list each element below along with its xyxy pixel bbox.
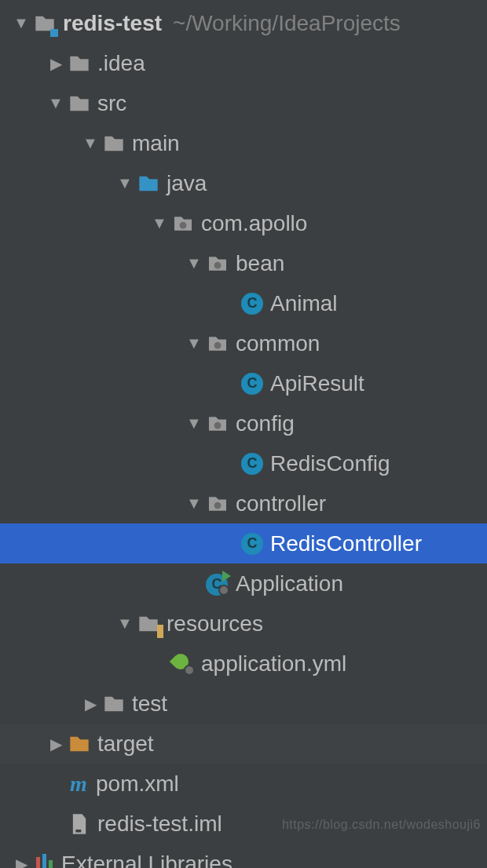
spring-config-icon — [171, 652, 195, 676]
collapse-arrow-icon[interactable]: ▼ — [152, 214, 167, 232]
svg-point-0 — [180, 221, 187, 228]
tree-node-label: src — [97, 91, 126, 116]
collapse-arrow-icon[interactable]: ▼ — [14, 14, 28, 32]
tree-node-label: controller — [236, 491, 326, 516]
folder-icon — [68, 92, 91, 115]
collapse-arrow-icon[interactable]: ▼ — [187, 254, 201, 272]
tree-node-root[interactable]: ▼redis-test~/Working/IdeaProjects — [0, 3, 487, 43]
file-icon — [68, 812, 91, 836]
tree-node-idea[interactable]: ▶.idea — [0, 43, 487, 83]
collapse-arrow-icon[interactable]: ▼ — [187, 334, 201, 352]
tree-node-main[interactable]: ▼main — [0, 123, 487, 163]
tree-node-pom[interactable]: mpom.xml — [0, 764, 487, 804]
tree-node-apiresult[interactable]: CApiResult — [0, 363, 487, 403]
expand-arrow-icon[interactable]: ▶ — [49, 54, 63, 73]
application-icon: C — [206, 572, 229, 596]
package-icon — [171, 212, 195, 235]
class-icon: C — [240, 532, 264, 556]
package-icon — [206, 252, 229, 275]
tree-node-label: application.yml — [201, 651, 346, 677]
tree-node-common[interactable]: ▼common — [0, 323, 487, 363]
tree-node-label: common — [236, 331, 320, 356]
svg-point-3 — [214, 421, 222, 429]
tree-node-config[interactable]: ▼config — [0, 403, 487, 443]
resources-folder-icon — [137, 612, 160, 636]
svg-point-4 — [214, 501, 222, 509]
collapse-arrow-icon[interactable]: ▼ — [118, 174, 132, 192]
package-icon — [206, 412, 229, 436]
tree-node-pkg[interactable]: ▼com.apollo — [0, 203, 487, 243]
tree-node-src[interactable]: ▼src — [0, 83, 487, 123]
expand-arrow-icon[interactable]: ▶ — [83, 695, 97, 713]
class-icon: C — [240, 292, 264, 315]
watermark-text: https://blog.csdn.net/wodeshouji6 — [282, 818, 481, 832]
tree-node-rediscontroller[interactable]: CRedisController — [0, 523, 487, 563]
collapse-arrow-icon[interactable]: ▼ — [118, 615, 132, 633]
tree-node-label: Animal — [270, 291, 338, 316]
tree-node-label: RedisController — [270, 531, 422, 556]
tree-node-libs[interactable]: ▶External Libraries — [0, 844, 487, 868]
tree-node-redisconfig[interactable]: CRedisConfig — [0, 443, 487, 483]
tree-node-label: Application — [236, 571, 343, 596]
tree-node-label: resources — [167, 611, 263, 636]
collapse-arrow-icon[interactable]: ▼ — [187, 414, 201, 432]
libraries-icon — [33, 854, 55, 869]
tree-node-label: redis-test.iml — [97, 811, 222, 837]
expand-arrow-icon[interactable]: ▶ — [14, 855, 28, 869]
tree-node-label: target — [97, 731, 154, 757]
expand-arrow-icon[interactable]: ▶ — [49, 735, 63, 753]
tree-node-test[interactable]: ▶test — [0, 684, 487, 724]
tree-node-label: com.apollo — [201, 211, 307, 236]
svg-point-2 — [214, 341, 222, 348]
collapse-arrow-icon[interactable]: ▼ — [187, 494, 201, 512]
tree-node-label: .idea — [97, 51, 145, 76]
path-hint: ~/Working/IdeaProjects — [173, 11, 401, 36]
tree-node-controller[interactable]: ▼controller — [0, 483, 487, 523]
collapse-arrow-icon[interactable]: ▼ — [83, 134, 97, 152]
tree-node-animal[interactable]: CAnimal — [0, 283, 487, 323]
tree-node-label: redis-test — [63, 11, 162, 36]
target-folder-icon — [68, 732, 91, 756]
tree-node-label: ApiResult — [270, 371, 364, 396]
tree-node-label: RedisConfig — [270, 451, 390, 476]
tree-node-label: main — [132, 131, 180, 156]
package-icon — [206, 332, 229, 356]
svg-rect-5 — [75, 830, 81, 833]
class-icon: C — [240, 452, 264, 476]
tree-node-application[interactable]: CApplication — [0, 563, 487, 604]
source-folder-icon — [137, 172, 160, 195]
tree-node-label: pom.xml — [96, 771, 179, 797]
class-icon: C — [240, 372, 264, 396]
module-folder-icon — [33, 12, 57, 35]
svg-point-1 — [214, 261, 222, 268]
tree-node-label: test — [132, 691, 167, 717]
tree-node-java[interactable]: ▼java — [0, 163, 487, 203]
tree-node-bean[interactable]: ▼bean — [0, 243, 487, 283]
folder-icon — [102, 692, 126, 716]
maven-icon: m — [68, 773, 90, 795]
tree-node-label: bean — [236, 251, 284, 276]
tree-node-label: External Libraries — [61, 852, 233, 869]
package-icon — [206, 492, 229, 516]
tree-node-target[interactable]: ▶target — [0, 724, 487, 764]
folder-icon — [102, 132, 126, 155]
folder-icon — [68, 52, 91, 75]
tree-node-appyml[interactable]: application.yml — [0, 644, 487, 684]
tree-node-label: config — [236, 411, 295, 436]
collapse-arrow-icon[interactable]: ▼ — [49, 94, 63, 112]
tree-node-label: java — [167, 171, 207, 196]
tree-node-resources[interactable]: ▼resources — [0, 604, 487, 644]
